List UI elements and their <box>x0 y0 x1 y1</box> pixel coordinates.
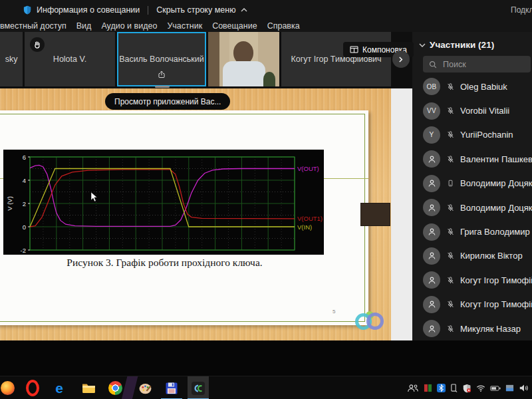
layout-grid-icon <box>350 46 358 53</box>
avatar <box>423 223 440 241</box>
participant-row[interactable]: Валентин Пашкевич <box>412 147 532 171</box>
window-app-icon[interactable] <box>505 384 514 392</box>
security-shield-icon[interactable] <box>462 384 471 393</box>
svg-text:V(IN): V(IN) <box>297 223 312 231</box>
participant-row[interactable]: Когут Ігор Тимофійо <box>412 293 532 317</box>
tile-name: Василь Волочанський <box>118 55 205 64</box>
menu-bar: вместный доступВидАудио и видеоУчастникС… <box>0 20 532 32</box>
divider <box>148 6 148 15</box>
hide-menu-button[interactable]: Скрыть строку меню <box>156 5 235 15</box>
svg-text:V(OUT): V(OUT) <box>297 165 319 172</box>
participant-name: Микуляк Назар <box>460 324 521 334</box>
svg-text:0: 0 <box>23 223 26 231</box>
chevron-up-icon[interactable] <box>241 8 247 12</box>
search-input[interactable] <box>442 59 511 70</box>
avatar <box>423 271 440 289</box>
meeting-info-button[interactable]: Информация о совещании <box>37 5 140 15</box>
webex-logo-ring-right <box>366 313 384 330</box>
participant-row[interactable]: Грига Володимир М <box>412 219 532 243</box>
participant-name: Кирилюк Віктор <box>460 251 523 261</box>
avatar <box>423 150 440 168</box>
usb-device-icon[interactable] <box>450 384 458 392</box>
edge-icon[interactable]: e <box>49 376 70 399</box>
participants-search[interactable] <box>423 56 531 72</box>
video-tile[interactable]: Когут Ігор Тимофійович <box>281 32 391 86</box>
paint-icon[interactable] <box>134 376 156 399</box>
svg-text:V(OUT1): V(OUT1) <box>297 215 323 222</box>
volume-icon[interactable] <box>519 384 529 392</box>
file-explorer-icon[interactable] <box>78 376 99 399</box>
participant-name: Vorobii Vitalii <box>460 106 509 116</box>
sharing-icon <box>158 70 166 82</box>
firefox-icon[interactable] <box>0 376 18 399</box>
next-participants-button[interactable] <box>392 51 410 68</box>
svg-text:-2: -2 <box>21 247 26 254</box>
menu-item[interactable]: Вид <box>76 21 92 31</box>
people-icon[interactable] <box>407 384 419 392</box>
avatar: VV <box>423 102 440 120</box>
video-film-strip: sky Holota V. Василь Волочанський Когут … <box>0 32 412 88</box>
filmstrip-scrollbar-thumb[interactable] <box>155 86 170 88</box>
call-control-bar: Включить микрофон Начать видео Совместны… <box>0 340 532 376</box>
avatar <box>423 247 440 265</box>
participants-header[interactable]: Участники (21) <box>419 40 494 50</box>
video-tile[interactable]: sky <box>0 32 23 86</box>
mic-muted-icon <box>446 155 455 164</box>
person-icon <box>427 154 437 164</box>
voltage-chart: V(OUT)V(OUT1)V(IN)6420-2V (V) <box>3 150 324 255</box>
mic-muted-icon <box>446 276 455 285</box>
menu-item[interactable]: Совещание <box>212 21 257 31</box>
menu-item[interactable]: вместный доступ <box>0 21 66 31</box>
menu-item[interactable]: Участник <box>167 21 202 31</box>
participant-row[interactable]: Микуляк Назар <box>412 317 532 340</box>
person-icon <box>427 275 437 285</box>
person-icon <box>427 227 437 237</box>
participants-panel: Участники (21) OB Oleg Babiuk <box>412 32 532 340</box>
participant-row[interactable]: Володимир Доцяк <box>412 172 532 196</box>
participant-row[interactable]: Кирилюк Віктор <box>412 244 532 268</box>
chevron-down-icon <box>419 43 426 47</box>
menu-item[interactable]: Справка <box>267 21 300 31</box>
phone-icon <box>447 179 454 188</box>
person-silhouette-body <box>223 61 265 86</box>
svg-text:2: 2 <box>23 200 26 207</box>
avatar <box>423 199 440 216</box>
svg-text:6: 6 <box>23 154 26 161</box>
participant-name: Грига Володимир М <box>460 227 532 237</box>
participant-row[interactable]: Когут Ігор Тимофійо <box>412 268 532 292</box>
participant-row[interactable]: Володимир Доцяк <box>412 196 532 219</box>
mic-muted-icon <box>446 300 455 309</box>
participant-name: Валентин Пашкевич <box>460 154 532 164</box>
person-icon <box>427 299 437 309</box>
participant-name: Володимир Доцяк <box>460 203 532 213</box>
participant-row[interactable]: VV Vorobii Vitalii <box>412 98 532 122</box>
wifi-icon[interactable] <box>476 384 485 392</box>
video-tile-active-speaker[interactable]: Василь Волочанський <box>117 32 206 86</box>
avatar: OB <box>423 78 440 95</box>
video-tile[interactable]: Holota V. <box>25 32 115 86</box>
windows-taskbar: e <box>0 376 532 399</box>
participants-title: Участники (21) <box>430 40 494 50</box>
svg-text:4: 4 <box>23 177 26 184</box>
menu-item[interactable]: Аудио и видео <box>101 21 157 31</box>
overlay-dark-box <box>361 203 390 225</box>
avatar: Y <box>423 126 440 144</box>
video-tile-camera-feed[interactable] <box>208 32 279 86</box>
webex-app-icon[interactable] <box>188 376 209 399</box>
chevron-right-icon <box>398 57 404 63</box>
svg-text:V (V): V (V) <box>6 196 13 211</box>
mic-muted-icon <box>446 251 455 260</box>
participant-row[interactable]: OB Oleg Babiuk <box>412 74 532 98</box>
app-colors-icon[interactable] <box>424 384 432 392</box>
bluetooth-icon[interactable] <box>437 384 446 392</box>
person-icon <box>427 324 437 334</box>
battery-icon[interactable] <box>490 385 501 392</box>
participant-name: YuriiPochanin <box>460 130 513 140</box>
chrome-icon[interactable] <box>104 376 126 399</box>
participant-name: Володимир Доцяк <box>460 178 532 188</box>
participant-row[interactable]: Y YuriiPochanin <box>412 123 532 147</box>
stage-right-gutter <box>391 88 412 340</box>
floppy-app-icon[interactable] <box>161 376 182 399</box>
opera-icon[interactable] <box>22 376 43 399</box>
page-number: 5 <box>332 309 335 315</box>
